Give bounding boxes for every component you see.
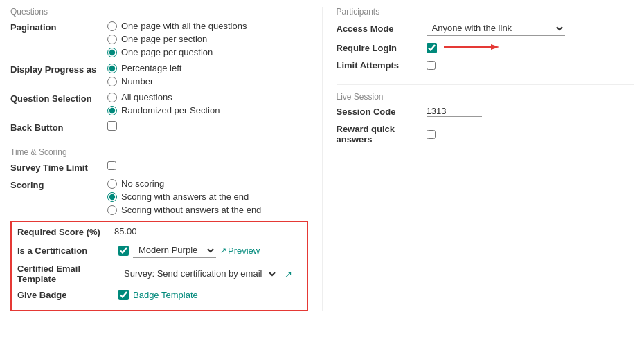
- right-divider: [337, 84, 634, 85]
- scoring-option-2-label: Scoring with answers at the end: [121, 192, 249, 202]
- question-selection-label: Question Selection: [10, 92, 107, 104]
- reward-quick-answers-row: Reward quick answers: [337, 124, 634, 145]
- questions-section-title: Questions: [10, 7, 308, 17]
- email-template-select[interactable]: Survey: Send certification by email: [118, 266, 278, 281]
- pagination-option-1[interactable]: One page with all the questions: [107, 21, 247, 31]
- limit-attempts-row: Limit Attempts: [337, 60, 634, 71]
- require-login-value: [427, 43, 499, 53]
- pagination-option-2-label: One page per section: [121, 34, 207, 44]
- scoring-radio-2[interactable]: [107, 192, 117, 202]
- pagination-radio-3[interactable]: [107, 48, 117, 57]
- scoring-option-1[interactable]: No scoring: [107, 178, 261, 189]
- required-score-input[interactable]: [114, 226, 156, 237]
- scoring-radio-3[interactable]: [107, 205, 117, 215]
- session-code-label: Session Code: [337, 107, 427, 117]
- email-template-value: Survey: Send certification by email ↗: [118, 266, 292, 281]
- pagination-radio-2[interactable]: [107, 35, 117, 44]
- time-limit-label: Survey Time Limit: [10, 161, 107, 173]
- certification-template-select[interactable]: Modern Purple: [133, 243, 216, 258]
- badge-template-link[interactable]: Badge Template: [133, 290, 198, 300]
- require-login-label: Require Login: [337, 43, 427, 53]
- display-progress-option-2-label: Number: [121, 76, 153, 86]
- email-ext-link-icon: ↗: [285, 269, 292, 279]
- limit-attempts-label: Limit Attempts: [337, 60, 427, 71]
- question-selection-option-2[interactable]: Randomized per Section: [107, 105, 220, 115]
- divider-1: [10, 140, 308, 140]
- scoring-row: Scoring No scoring Scoring with answers …: [10, 178, 308, 215]
- required-score-label: Required Score (%): [17, 227, 114, 237]
- reward-quick-answers-label: Reward quick answers: [337, 124, 427, 145]
- pagination-options: One page with all the questions One page…: [107, 21, 247, 57]
- limit-attempts-checkbox[interactable]: [427, 61, 436, 70]
- live-session-section-title: Live Session: [337, 92, 634, 102]
- time-limit-checkbox[interactable]: [107, 161, 116, 170]
- pagination-option-2[interactable]: One page per section: [107, 34, 247, 44]
- back-button-checkbox[interactable]: [107, 121, 117, 131]
- email-template-row: Certified Email Template Survey: Send ce…: [17, 263, 301, 284]
- pagination-row: Pagination One page with all the questio…: [10, 21, 308, 57]
- svg-marker-1: [491, 44, 499, 50]
- give-badge-checkbox[interactable]: [118, 290, 129, 300]
- time-scoring-title: Time & Scoring: [10, 147, 308, 157]
- give-badge-value: Badge Template: [118, 290, 198, 300]
- pagination-label: Pagination: [10, 21, 107, 33]
- question-selection-row: Question Selection All questions Randomi…: [10, 92, 308, 115]
- question-selection-option-2-label: Randomized per Section: [121, 105, 220, 115]
- question-selection-options: All questions Randomized per Section: [107, 92, 220, 115]
- is-certification-checkbox[interactable]: [118, 246, 129, 256]
- give-badge-row: Give Badge Badge Template: [17, 290, 301, 300]
- scoring-label: Scoring: [10, 178, 107, 190]
- arrow-indicator: [444, 43, 499, 53]
- required-score-row: Required Score (%): [17, 226, 301, 237]
- pagination-option-3-label: One page per question: [121, 47, 213, 57]
- preview-link-text: Preview: [228, 246, 260, 256]
- display-progress-row: Display Progress as Percentage left Numb…: [10, 63, 308, 86]
- question-selection-option-1[interactable]: All questions: [107, 92, 220, 102]
- is-certification-row: Is a Certification Modern Purple ↗ Previ…: [17, 243, 301, 258]
- is-certification-value: Modern Purple ↗ Preview: [118, 243, 260, 258]
- scoring-option-2[interactable]: Scoring with answers at the end: [107, 192, 261, 202]
- question-selection-option-1-label: All questions: [121, 92, 172, 102]
- highlight-section: Required Score (%) Is a Certification Mo…: [10, 221, 308, 311]
- back-button-check: [107, 121, 117, 131]
- back-button-row: Back Button: [10, 121, 308, 133]
- access-mode-label: Access Mode: [337, 24, 427, 34]
- participants-section-title: Participants: [337, 7, 634, 17]
- is-certification-label: Is a Certification: [17, 246, 114, 256]
- require-login-row: Require Login: [337, 43, 634, 53]
- display-progress-option-1-label: Percentage left: [121, 63, 181, 73]
- pagination-option-1-label: One page with all the questions: [121, 21, 247, 31]
- preview-link[interactable]: ↗ Preview: [220, 246, 260, 256]
- question-selection-radio-1[interactable]: [107, 93, 117, 102]
- display-progress-label: Display Progress as: [10, 63, 107, 75]
- display-progress-option-1[interactable]: Percentage left: [107, 63, 181, 73]
- reward-quick-answers-checkbox[interactable]: [427, 130, 436, 139]
- question-selection-radio-2[interactable]: [107, 106, 117, 115]
- display-progress-option-2[interactable]: Number: [107, 76, 181, 86]
- pagination-option-3[interactable]: One page per question: [107, 47, 247, 57]
- arrow-svg: [444, 43, 499, 51]
- display-progress-radio-1[interactable]: [107, 64, 117, 73]
- back-button-check-label[interactable]: [107, 121, 117, 131]
- back-button-label: Back Button: [10, 121, 107, 133]
- pagination-radio-1[interactable]: [107, 21, 117, 31]
- display-progress-radio-2[interactable]: [107, 77, 117, 86]
- scoring-option-1-label: No scoring: [121, 178, 164, 189]
- time-limit-check: [107, 161, 116, 172]
- display-progress-options: Percentage left Number: [107, 63, 181, 86]
- scoring-option-3[interactable]: Scoring without answers at the end: [107, 205, 261, 215]
- scoring-options: No scoring Scoring with answers at the e…: [107, 178, 261, 215]
- scoring-radio-1[interactable]: [107, 179, 117, 189]
- time-limit-row: Survey Time Limit: [10, 161, 308, 173]
- access-mode-select[interactable]: Anyone with the link Invited people only…: [427, 21, 565, 36]
- session-code-row: Session Code: [337, 106, 634, 117]
- require-login-checkbox[interactable]: [427, 43, 437, 53]
- session-code-input[interactable]: [427, 106, 482, 117]
- scoring-option-3-label: Scoring without answers at the end: [121, 205, 261, 215]
- email-template-label: Certified Email Template: [17, 263, 114, 284]
- access-mode-row: Access Mode Anyone with the link Invited…: [337, 21, 634, 36]
- give-badge-label: Give Badge: [17, 290, 114, 300]
